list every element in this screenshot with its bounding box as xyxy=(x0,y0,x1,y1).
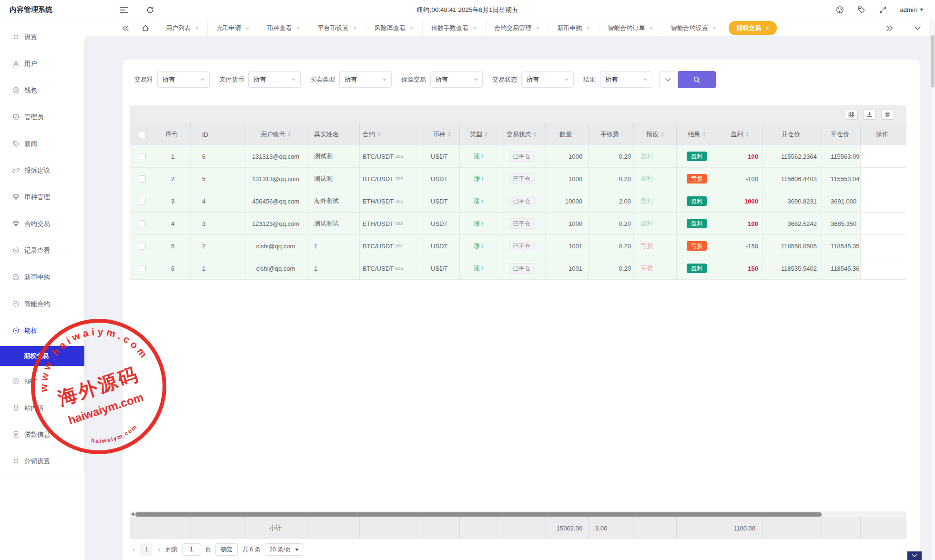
sidebar-item-贷款信息[interactable]: 贷款信息 xyxy=(0,421,84,448)
sidebar-item-分销设置[interactable]: 分销设置 xyxy=(0,448,84,475)
row-checkbox[interactable] xyxy=(139,220,146,227)
select-all-checkbox[interactable] xyxy=(139,131,146,138)
home-icon[interactable] xyxy=(135,20,155,36)
tab-智能合约订单[interactable]: 智能合约订单× xyxy=(599,20,662,36)
cell-type: 涨↑ xyxy=(460,145,498,167)
page-input[interactable] xyxy=(182,543,201,556)
close-icon[interactable]: × xyxy=(765,25,769,31)
close-icon[interactable]: × xyxy=(650,25,653,31)
search-button[interactable] xyxy=(678,71,716,88)
theme-palette-icon[interactable] xyxy=(836,6,844,14)
tab-充币申请[interactable]: 充币申请× xyxy=(207,20,258,36)
close-icon[interactable]: × xyxy=(536,25,539,31)
cell-account: 123123@qq.com xyxy=(244,213,307,234)
next-page-button[interactable]: › xyxy=(157,545,161,554)
print-button[interactable] xyxy=(881,110,894,120)
sidebar-item-记录查看[interactable]: 记录查看 xyxy=(0,237,84,264)
sort-icon[interactable] xyxy=(448,132,451,137)
sidebar-item-合约交易[interactable]: 合约交易 xyxy=(0,211,84,237)
cell-action xyxy=(861,190,906,212)
sidebar-item-新币申购[interactable]: $新币申购 xyxy=(0,264,84,291)
filter-select-支付货币[interactable]: 所有 xyxy=(248,71,301,88)
vertical-scrollbar[interactable] xyxy=(930,20,935,560)
sidebar-item-管理员[interactable]: 管理员 xyxy=(0,104,84,131)
tab-期权交易[interactable]: 期权交易× xyxy=(729,21,777,35)
close-icon[interactable]: × xyxy=(195,25,199,31)
row-checkbox[interactable] xyxy=(139,198,146,205)
sidebar-item-NFT[interactable]: NFT xyxy=(0,368,84,395)
filter-select-交易状态[interactable]: 所有 xyxy=(521,71,574,88)
sidebar-item-新闻[interactable]: 新闻 xyxy=(0,131,84,157)
export-button[interactable] xyxy=(863,110,876,120)
close-icon[interactable]: × xyxy=(586,25,590,31)
sidebar-item-币种管理[interactable]: 币种管理 xyxy=(0,184,84,211)
sort-icon[interactable] xyxy=(377,132,380,137)
page-number-button[interactable]: 1 xyxy=(140,543,152,556)
tab-用户列表[interactable]: 用户列表× xyxy=(157,20,207,36)
sidebar-item-用户[interactable]: 用户 xyxy=(0,51,84,77)
filter-expand-button[interactable] xyxy=(659,71,676,88)
cell-real_name: 测试测试 xyxy=(307,213,360,234)
filter-select-保险交易[interactable]: 所有 xyxy=(430,71,483,88)
column-label: 合约 xyxy=(363,130,375,139)
close-icon[interactable]: × xyxy=(353,25,357,31)
column-settings-button[interactable] xyxy=(845,110,858,120)
tab-币种查看[interactable]: 币种查看× xyxy=(258,20,308,36)
tab-智能合约设置[interactable]: 智能合约设置× xyxy=(662,20,725,36)
printer-icon xyxy=(884,112,891,118)
type-label: 涨 xyxy=(474,219,480,228)
close-icon[interactable]: × xyxy=(296,25,300,31)
tab-风险率查看[interactable]: 风险率查看× xyxy=(366,20,422,36)
prev-page-button[interactable]: ‹ xyxy=(132,545,136,554)
tabs-scroll-right-icon[interactable] xyxy=(880,25,899,31)
close-icon[interactable]: × xyxy=(473,25,477,31)
sidebar-item-投拆建议[interactable]: 投拆建议 xyxy=(0,157,84,184)
sidebar-subitem-期权交易[interactable]: 期权交易 xyxy=(0,346,84,366)
filter-select-结果[interactable]: 所有 xyxy=(600,71,652,88)
profit-value: 100 xyxy=(748,153,758,160)
row-checkbox[interactable] xyxy=(139,243,146,250)
sort-icon[interactable] xyxy=(661,132,664,137)
tab-合约交易管理[interactable]: 合约交易管理× xyxy=(485,20,548,36)
page-size-select[interactable]: 20 条/页 xyxy=(265,543,303,556)
vertical-scrollbar-thumb[interactable] xyxy=(931,35,935,88)
sort-icon[interactable] xyxy=(703,132,706,137)
refresh-icon[interactable] xyxy=(146,6,154,14)
subtotal-contract xyxy=(360,517,424,539)
sort-icon[interactable] xyxy=(534,132,537,137)
close-icon[interactable]: × xyxy=(245,25,249,31)
row-checkbox[interactable] xyxy=(139,153,146,160)
tab-平台币设置[interactable]: 平台币设置× xyxy=(309,20,366,36)
type-label: 涨 xyxy=(474,174,480,183)
row-checkbox[interactable] xyxy=(139,175,146,183)
sidebar-item-钱包[interactable]: $钱包 xyxy=(0,77,84,104)
fullscreen-icon[interactable] xyxy=(879,6,887,14)
horizontal-scrollbar[interactable] xyxy=(130,511,906,517)
sidebar-item-站内信[interactable]: 站内信 xyxy=(0,395,84,421)
table-row: 16131313@qq.com测试测BTC/USDT-30SUSDT涨↑已平仓1… xyxy=(130,145,906,168)
close-icon[interactable]: × xyxy=(712,25,716,31)
filter-select-买卖类型[interactable]: 所有 xyxy=(339,71,392,88)
sidebar-item-期权[interactable]: 期权 xyxy=(0,317,84,344)
sidebar-item-智能合约[interactable]: 智能合约 xyxy=(0,291,84,317)
confirm-page-button[interactable]: 确定 xyxy=(215,543,238,556)
cell-fee: 0.20 xyxy=(589,145,634,167)
sort-icon[interactable] xyxy=(746,132,749,137)
tab-新币申购[interactable]: 新币申购× xyxy=(548,20,599,36)
tabs-menu-chevron-down-icon[interactable] xyxy=(908,26,927,31)
close-icon[interactable]: × xyxy=(410,25,414,31)
sidebar-item-设置[interactable]: 设置 xyxy=(0,24,84,51)
tabs-scroll-left-icon[interactable] xyxy=(116,20,135,36)
tag-icon[interactable] xyxy=(857,6,865,14)
cell-index: 6 xyxy=(155,257,191,279)
sort-icon[interactable] xyxy=(485,132,488,137)
tab-倍数手数查看[interactable]: 倍数手数查看× xyxy=(422,20,485,36)
collapse-corner-button[interactable] xyxy=(907,551,922,560)
scrollbar-left-arrow-icon[interactable] xyxy=(131,512,134,516)
collapse-sidebar-icon[interactable] xyxy=(120,7,128,13)
sort-icon[interactable] xyxy=(288,132,291,137)
row-checkbox[interactable] xyxy=(139,265,146,272)
horizontal-scrollbar-thumb[interactable] xyxy=(135,512,822,517)
filter-select-交易对[interactable]: 所有 xyxy=(157,71,210,88)
user-menu[interactable]: admin xyxy=(900,6,924,13)
